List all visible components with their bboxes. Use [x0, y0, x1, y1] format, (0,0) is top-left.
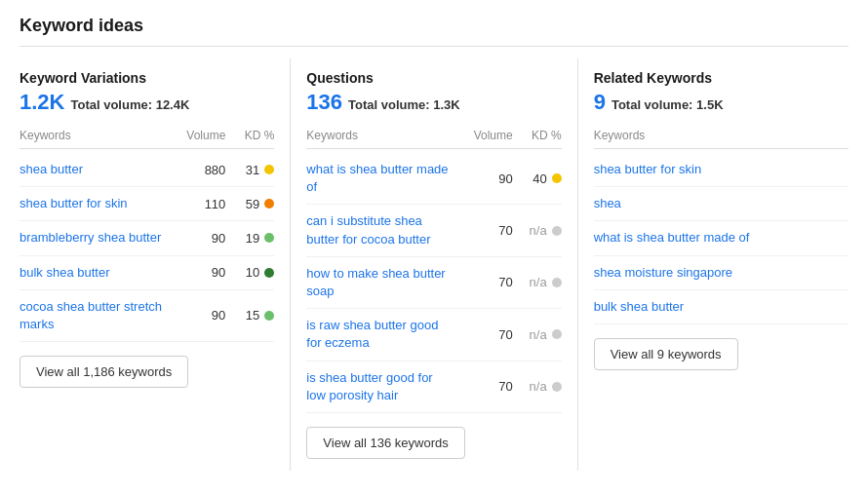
keyword-link[interactable]: shea moisture singapore: [594, 264, 848, 282]
variations-stat: 1.2K Total volume: 12.4K: [20, 90, 274, 115]
keyword-variations-column: Keyword Variations 1.2K Total volume: 12…: [20, 58, 291, 471]
related-table-header: Keywords: [594, 129, 848, 149]
kd-cell: 31: [225, 163, 274, 177]
variations-col-keywords-header: Keywords: [20, 129, 167, 142]
kd-cell: 19: [225, 231, 274, 246]
keyword-link[interactable]: is shea butter good for low porosity hai…: [306, 369, 454, 404]
keyword-link[interactable]: shea: [594, 195, 848, 212]
related-header: Related Keywords: [594, 70, 848, 86]
table-row: can i substitute shea butter for cocoa b…: [306, 205, 561, 256]
questions-col-keywords-header: Keywords: [306, 129, 454, 142]
related-keywords-column: Related Keywords 9 Total volume: 1.5K Ke…: [578, 58, 848, 471]
kd-dot: [552, 173, 562, 183]
kd-dot: [264, 268, 274, 278]
keyword-link[interactable]: bulk shea butter: [20, 264, 167, 282]
related-stat: 9 Total volume: 1.5K: [594, 90, 848, 115]
keyword-link[interactable]: shea butter for skin: [594, 161, 848, 178]
questions-col-kd-header: KD %: [513, 129, 562, 142]
keyword-link[interactable]: cocoa shea butter stretch marks: [20, 298, 167, 333]
questions-stat-volume: Total volume: 1.3K: [348, 97, 460, 112]
kd-dot: [264, 311, 274, 321]
kd-cell: n/a: [513, 275, 562, 289]
keyword-link[interactable]: is raw shea butter good for eczema: [306, 317, 454, 352]
volume-cell: 70: [454, 379, 513, 394]
table-row: is raw shea butter good for eczema 70 n/…: [306, 309, 561, 361]
table-row: what is shea butter made of 90 40: [306, 153, 561, 205]
questions-header: Questions: [306, 70, 561, 86]
volume-cell: 70: [454, 275, 513, 289]
kd-dot: [552, 278, 562, 287]
page-title: Keyword ideas: [20, 16, 848, 47]
variations-stat-number: 1.2K: [20, 90, 64, 115]
related-col-keywords-header: Keywords: [594, 129, 848, 142]
kd-cell: n/a: [513, 223, 562, 238]
related-stat-volume: Total volume: 1.5K: [612, 97, 724, 112]
variations-header: Keyword Variations: [20, 70, 274, 86]
questions-stat: 136 Total volume: 1.3K: [306, 90, 561, 115]
table-row: shea moisture singapore: [594, 256, 848, 290]
keyword-link[interactable]: can i substitute shea butter for cocoa b…: [306, 212, 454, 247]
kd-dot: [264, 165, 274, 174]
questions-table-header: Keywords Volume KD %: [306, 129, 561, 149]
variations-col-kd-header: KD %: [225, 129, 274, 142]
kd-dot: [552, 382, 562, 392]
volume-cell: 70: [454, 223, 513, 238]
kd-cell: n/a: [513, 327, 562, 342]
keyword-link[interactable]: what is shea butter made of: [594, 229, 848, 247]
volume-cell: 880: [167, 163, 225, 177]
kd-dot: [552, 226, 562, 236]
variations-col-volume-header: Volume: [167, 129, 225, 142]
kd-cell: 10: [225, 265, 274, 280]
view-all-questions-button[interactable]: View all 136 keywords: [306, 427, 464, 459]
table-row: cocoa shea butter stretch marks 90 15: [20, 290, 274, 342]
volume-cell: 90: [167, 308, 225, 323]
table-row: brambleberry shea butter 90 19: [20, 221, 274, 255]
keyword-link[interactable]: shea butter for skin: [20, 195, 167, 212]
kd-cell: 15: [225, 308, 274, 323]
volume-cell: 110: [167, 197, 225, 211]
volume-cell: 70: [454, 327, 513, 342]
table-row: is shea butter good for low porosity hai…: [306, 361, 561, 413]
volume-cell: 90: [454, 171, 513, 186]
kd-dot: [264, 199, 274, 209]
volume-cell: 90: [167, 265, 225, 280]
variations-stat-volume: Total volume: 12.4K: [70, 97, 189, 112]
related-stat-number: 9: [594, 90, 606, 115]
variations-table-header: Keywords Volume KD %: [20, 129, 274, 149]
view-all-variations-button[interactable]: View all 1,186 keywords: [20, 356, 188, 388]
table-row: shea butter 880 31: [20, 153, 274, 187]
table-row: bulk shea butter: [594, 290, 848, 324]
keyword-link[interactable]: bulk shea butter: [594, 298, 848, 316]
keyword-link[interactable]: how to make shea butter soap: [306, 265, 454, 300]
kd-cell: n/a: [513, 379, 562, 394]
columns-wrapper: Keyword Variations 1.2K Total volume: 12…: [20, 58, 848, 471]
questions-stat-number: 136: [306, 90, 342, 115]
kd-dot: [264, 233, 274, 243]
table-row: shea butter for skin 110 59: [20, 187, 274, 221]
table-row: shea butter for skin: [594, 153, 848, 187]
keyword-link[interactable]: brambleberry shea butter: [20, 229, 167, 247]
kd-cell: 59: [225, 197, 274, 211]
view-all-related-button[interactable]: View all 9 keywords: [594, 338, 738, 370]
table-row: bulk shea butter 90 10: [20, 256, 274, 290]
volume-cell: 90: [167, 231, 225, 246]
keyword-link[interactable]: what is shea butter made of: [306, 161, 454, 196]
table-row: shea: [594, 187, 848, 221]
table-row: what is shea butter made of: [594, 221, 848, 255]
table-row: how to make shea butter soap 70 n/a: [306, 257, 561, 309]
kd-dot: [552, 329, 562, 339]
questions-column: Questions 136 Total volume: 1.3K Keyword…: [291, 58, 577, 471]
keyword-link[interactable]: shea butter: [20, 161, 167, 178]
page-container: Keyword ideas Keyword Variations 1.2K To…: [0, 0, 868, 486]
questions-col-volume-header: Volume: [454, 129, 513, 142]
kd-cell: 40: [513, 171, 562, 186]
